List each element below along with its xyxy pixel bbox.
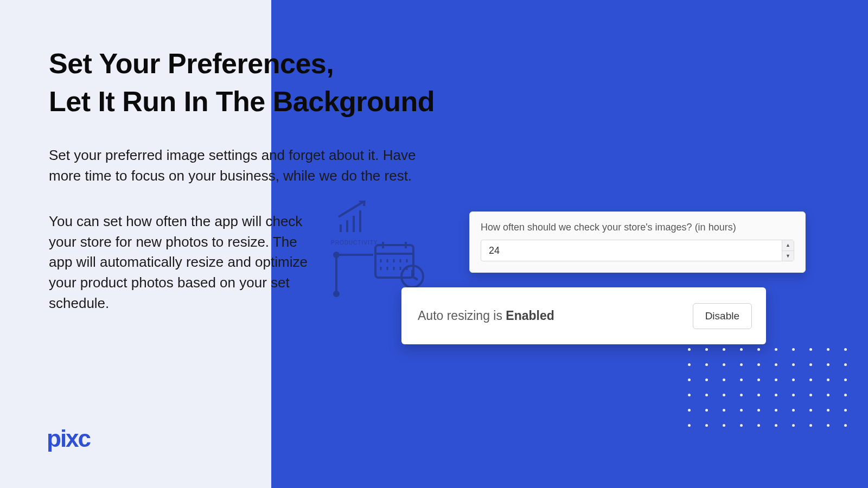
dot-grid-decoration	[688, 348, 848, 428]
auto-resize-status: Auto resizing is Enabled	[418, 309, 554, 323]
detail-paragraph: You can set how often the app will check…	[49, 211, 320, 313]
marketing-slide: Set Your Preferences, Let It Run In The …	[0, 0, 868, 488]
check-interval-input[interactable]: 24 ▲ ▼	[481, 240, 794, 261]
svg-line-24	[412, 277, 418, 280]
productivity-illustration: PRODUCTIVITY	[331, 201, 439, 298]
heading-line-1: Set Your Preferences,	[49, 48, 334, 79]
check-interval-card: How often should we check your store's i…	[469, 211, 806, 273]
stepper-up-icon[interactable]: ▲	[782, 240, 794, 251]
auto-resize-card: Auto resizing is Enabled Disable	[401, 287, 766, 344]
check-interval-value[interactable]: 24	[481, 240, 782, 261]
disable-button[interactable]: Disable	[693, 303, 752, 329]
intro-paragraph: Set your preferred image settings and fo…	[49, 145, 429, 186]
number-stepper[interactable]: ▲ ▼	[782, 240, 794, 261]
auto-resize-prefix: Auto resizing is	[418, 309, 506, 323]
svg-point-6	[334, 292, 339, 296]
auto-resize-state: Enabled	[506, 309, 554, 323]
heading-line-2: Let It Run In The Background	[49, 86, 435, 117]
check-interval-label: How often should we check your store's i…	[481, 222, 794, 233]
page-heading: Set Your Preferences, Let It Run In The …	[49, 44, 435, 120]
productivity-label: PRODUCTIVITY	[331, 240, 378, 246]
pixc-logo: pixc	[47, 425, 90, 452]
stepper-down-icon[interactable]: ▼	[782, 251, 794, 261]
